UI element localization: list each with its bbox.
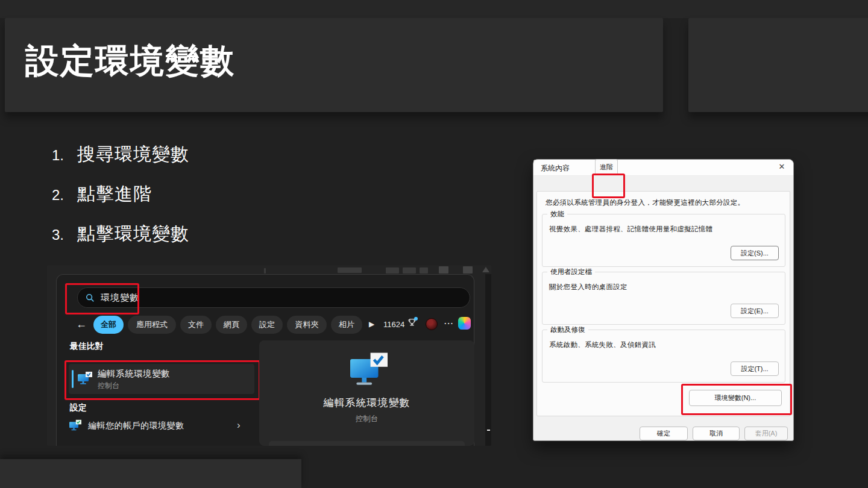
settings-item-text: 編輯您的帳戶的環境變數 bbox=[88, 421, 184, 431]
group-desc: 系統啟動、系統失敗、及偵錯資訊 bbox=[549, 340, 656, 349]
monitor-check-icon bbox=[69, 419, 82, 434]
selection-accent-bar bbox=[72, 370, 74, 388]
filter-pill-photos[interactable]: 相片 bbox=[331, 316, 362, 334]
group-desc: 關於您登入時的桌面設定 bbox=[549, 283, 627, 292]
slide-top-strip bbox=[0, 0, 868, 18]
settings-result-item[interactable]: 編輯您的帳戶的環境變數 › bbox=[65, 416, 256, 437]
group-performance: 效能 視覺效果、處理器排程、記憶體使用量和虛擬記憶體 設定(S)... bbox=[542, 214, 785, 267]
step-3: 3. 點擊環境變數 bbox=[52, 222, 189, 246]
dialog-titlebar bbox=[533, 160, 793, 176]
group-label: 使用者設定檔 bbox=[547, 267, 595, 277]
background-window-artifact bbox=[403, 267, 416, 274]
ok-button[interactable]: 確定 bbox=[640, 427, 688, 440]
background-window-artifact bbox=[463, 266, 473, 274]
rewards-trophy-icon[interactable] bbox=[407, 318, 417, 330]
step-1: 1. 搜尋環境變數 bbox=[52, 142, 189, 167]
more-options-icon[interactable]: ⋯ bbox=[444, 318, 454, 329]
preview-pane: 編輯系統環境變數 控制台 bbox=[259, 340, 474, 446]
rewards-badge-dot bbox=[414, 317, 418, 321]
windows-search-screenshot: 環境變數 ← 全部 應用程式 文件 網頁 設定 資料夾 相片 ▶ 11624 ⋯… bbox=[47, 265, 491, 446]
background-window-artifact bbox=[338, 267, 362, 273]
filter-pill-all[interactable]: 全部 bbox=[93, 316, 124, 334]
slide: 設定環境變數 1. 搜尋環境變數 2. 點擊進階 3. 點擊環境變數 環境 bbox=[0, 0, 868, 488]
step-number: 3. bbox=[52, 227, 77, 243]
performance-settings-button[interactable]: 設定(S)... bbox=[731, 246, 779, 260]
search-query: 環境變數 bbox=[101, 292, 139, 304]
filter-pill-web[interactable]: 網頁 bbox=[216, 316, 247, 334]
close-icon[interactable]: ✕ bbox=[776, 162, 787, 171]
step-2: 2. 點擊進階 bbox=[52, 182, 152, 207]
scrollbar-thumb[interactable] bbox=[487, 430, 490, 431]
environment-variables-button[interactable]: 環境變數(N)... bbox=[689, 390, 782, 406]
avatar[interactable] bbox=[426, 318, 438, 330]
group-startup-recovery: 啟動及修復 系統啟動、系統失敗、及偵錯資訊 設定(T)... bbox=[542, 330, 785, 383]
best-match-label: 最佳比對 bbox=[70, 341, 104, 352]
cancel-button[interactable]: 取消 bbox=[693, 427, 740, 440]
step-number: 1. bbox=[52, 147, 77, 164]
back-arrow-icon[interactable]: ← bbox=[76, 318, 87, 331]
bottom-left-block bbox=[0, 459, 301, 488]
user-profiles-settings-button[interactable]: 設定(E)... bbox=[731, 304, 779, 318]
more-filters-icon[interactable]: ▶ bbox=[369, 320, 374, 328]
preview-subtitle: 控制台 bbox=[259, 414, 474, 424]
group-label: 效能 bbox=[547, 210, 567, 219]
best-match-title: 編輯系統環境變數 bbox=[98, 368, 170, 380]
scrollbar[interactable] bbox=[485, 274, 491, 446]
search-icon bbox=[86, 293, 95, 302]
copilot-icon[interactable] bbox=[458, 317, 471, 330]
group-label: 啟動及修復 bbox=[547, 325, 588, 334]
group-user-profiles: 使用者設定檔 關於您登入時的桌面設定 設定(E)... bbox=[542, 272, 785, 325]
step-text: 搜尋環境變數 bbox=[77, 142, 189, 167]
group-desc: 視覺效果、處理器排程、記憶體使用量和虛擬記憶體 bbox=[549, 225, 712, 234]
apply-button[interactable]: 套用(A) bbox=[744, 427, 788, 440]
background-window-artifact bbox=[439, 266, 448, 274]
background-window-artifact bbox=[264, 268, 266, 274]
monitor-check-icon bbox=[77, 371, 93, 388]
background-window-artifact bbox=[420, 267, 428, 274]
step-text: 點擊環境變數 bbox=[77, 222, 189, 246]
rewards-count[interactable]: 11624 bbox=[383, 320, 404, 329]
monitor-check-icon-large bbox=[348, 351, 389, 391]
page-title: 設定環境變數 bbox=[25, 39, 235, 84]
filter-pill-settings[interactable]: 設定 bbox=[251, 316, 283, 334]
filter-pill-apps[interactable]: 應用程式 bbox=[128, 316, 176, 334]
background-caret-icon bbox=[482, 267, 489, 272]
background-window-artifact bbox=[386, 267, 399, 274]
search-input[interactable]: 環境變數 bbox=[77, 287, 470, 308]
filter-pill-documents[interactable]: 文件 bbox=[180, 316, 212, 334]
startup-settings-button[interactable]: 設定(T)... bbox=[731, 361, 779, 376]
step-text: 點擊進階 bbox=[77, 182, 152, 207]
dialog-title: 系統內容 bbox=[541, 163, 570, 174]
admin-note: 您必須以系統管理員的身分登入，才能變更這裡的大部分設定。 bbox=[546, 198, 744, 207]
chevron-right-icon: › bbox=[237, 419, 241, 431]
title-band-right bbox=[688, 18, 868, 112]
filter-pill-folders[interactable]: 資料夾 bbox=[287, 316, 327, 334]
tab-advanced[interactable]: 進階 bbox=[595, 159, 618, 175]
preview-action-hint bbox=[269, 441, 465, 446]
best-match-subtitle: 控制台 bbox=[98, 381, 119, 391]
preview-title: 編輯系統環境變數 bbox=[259, 396, 474, 410]
step-number: 2. bbox=[52, 187, 77, 204]
system-properties-dialog: 系統內容 ✕ 電腦名稱 硬體 進階 系統保護 遠端 您必須以系統管理員的身分登入… bbox=[533, 159, 794, 441]
best-match-item[interactable]: 編輯系統環境變數 控制台 bbox=[69, 364, 254, 394]
settings-section-label: 設定 bbox=[70, 402, 87, 413]
